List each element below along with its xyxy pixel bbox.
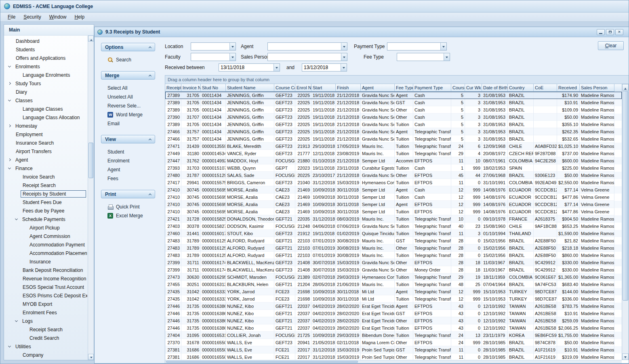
fee-type-combo[interactable] (397, 53, 450, 61)
column-header-finish[interactable]: Finish (336, 84, 361, 92)
table-row[interactable]: 27435310420000016333YORK, JarrodFCE23216… (165, 288, 622, 295)
chevron-down-icon[interactable] (15, 217, 18, 220)
table-row[interactable]: 274663175700011434JENNINGS, GriffinGEFT2… (165, 135, 622, 143)
column-header-receipt-no[interactable]: Receipt No (165, 84, 181, 92)
agent-button[interactable]: Agent (107, 165, 155, 174)
fee-type-input[interactable] (397, 53, 444, 61)
menu-item-file[interactable]: File (4, 13, 19, 21)
column-header-coe[interactable]: CoE (534, 84, 557, 92)
column-header-sales-person[interactable]: Sales Person (580, 84, 614, 92)
menu-item-window[interactable]: Window (45, 13, 71, 21)
sidebar-scrollbar-thumb[interactable] (88, 143, 93, 178)
sidebar-item-utilities[interactable]: Utilities (4, 342, 87, 351)
reverse-sele-button[interactable]: Reverse Sele... (107, 101, 155, 110)
sidebar-item-agent-commission[interactable]: Agent Commission (4, 232, 87, 240)
table-row[interactable]: 27435310420000016333YORK, JarrodFCE23216… (165, 295, 622, 303)
column-header-agent[interactable]: Agent (361, 84, 395, 92)
student-button[interactable]: Student (107, 147, 155, 156)
sidebar-item-offers-and-applications[interactable]: Offers and Applications (4, 54, 87, 62)
sidebar-item-dashboard[interactable]: Dashboard (4, 37, 87, 45)
column-header-stud-no[interactable]: Stud No (201, 84, 226, 92)
grid-horizontal-scrollbar[interactable] (165, 360, 622, 363)
table-row[interactable]: 27404310950000016531COLLIER, JonahFOCUSG… (165, 332, 622, 339)
column-header-date-of-birth[interactable]: Date of Birth (482, 84, 508, 92)
sidebar-scrollbar[interactable] (88, 36, 94, 360)
menu-item-help[interactable]: Help (70, 13, 88, 21)
table-row[interactable]: 27483317890000016125ALFORD, RudyardGEFT2… (165, 237, 622, 244)
tool-group-header-options[interactable]: Options (101, 43, 155, 51)
table-row[interactable]: 27381316860000016550WALLS, EveFCE2122017… (165, 346, 622, 353)
fee-type-dropdown-icon[interactable] (444, 53, 450, 61)
menu-item-security[interactable]: Security (19, 13, 45, 21)
minimize-button[interactable] (597, 29, 605, 35)
column-header-course[interactable]: Course (451, 84, 465, 92)
table-row[interactable]: 27403303780000015827DODSON, KasimirFOCUS… (165, 223, 622, 230)
agent-dropdown-icon[interactable] (341, 43, 347, 50)
excel-merge-button[interactable]: Excel Merge (107, 211, 155, 220)
table-row[interactable]: 27483317890000016125ALFORD, RudyardGEFT2… (165, 252, 622, 259)
sidebar-item-accommodation-placement[interactable]: Accommodation Placement (4, 249, 87, 257)
table-row[interactable]: 27480317870000015129SALAS, SadeFOCUSGEN2… (165, 172, 622, 179)
tool-group-header-view[interactable]: View (101, 135, 155, 143)
chevron-up-icon[interactable] (149, 75, 151, 78)
agent-input[interactable] (268, 43, 341, 50)
location-dropdown-icon[interactable] (229, 43, 236, 50)
column-header-invoice-no[interactable]: Invoice No (181, 84, 201, 92)
sidebar-item-revenue-income-recognition[interactable]: Revenue Income Recognition (4, 274, 87, 283)
table-row[interactable]: 27446317350000016386NUNEZ, KiboGEFT21220… (165, 310, 622, 317)
chevron-down-icon[interactable] (15, 319, 18, 322)
select-all-button[interactable]: Select All (107, 84, 155, 93)
grid-hscrollbar-thumb[interactable] (166, 361, 358, 363)
sidebar-item-airport-transfers[interactable]: Airport Transfers (4, 147, 87, 156)
table-row[interactable]: 27399317110000016174BLACKWELL, MacKenzie… (165, 259, 622, 266)
email-button[interactable]: Email (107, 119, 155, 128)
chevron-up-icon[interactable] (149, 139, 151, 141)
date-from-input[interactable] (219, 64, 273, 71)
payment-type-combo[interactable] (387, 42, 447, 50)
scroll-down-icon[interactable] (622, 353, 629, 360)
location-combo[interactable] (191, 42, 236, 50)
sidebar-item-insurance[interactable]: Insurance (4, 257, 87, 266)
column-header-country[interactable]: Country (508, 84, 534, 92)
search-button[interactable]: Search (107, 55, 155, 64)
chevron-down-icon[interactable] (8, 166, 11, 169)
sidebar-item-company[interactable]: Company (4, 351, 87, 359)
table-row[interactable]: 27446317350000016386NUNEZ, KiboGEFT21220… (165, 303, 622, 310)
clear-button[interactable]: Clear (598, 41, 624, 50)
sidebar-item-receipts-by-student[interactable]: Receipts by Student (4, 189, 87, 198)
sidebar-item-credit-search[interactable]: Credit Search (4, 334, 87, 342)
table-row[interactable]: 274663175700011434JENNINGS, GriffinGEFT2… (165, 128, 622, 135)
column-header-payment-type[interactable]: Payment Type (413, 84, 451, 92)
restore-button[interactable] (606, 29, 614, 35)
sidebar-item-homestay[interactable]: Homestay (4, 122, 87, 130)
tool-group-header-merge[interactable]: Merge (101, 71, 155, 80)
table-row[interactable]: 27473306300000016295SCHMIDT, MarsdenFOCU… (165, 274, 622, 281)
date-to-input[interactable] (302, 64, 341, 71)
sidebar-item-insurance-search[interactable]: Insurance Search (4, 139, 87, 147)
grid-vertical-scrollbar[interactable] (622, 84, 629, 360)
table-row[interactable]: 27446317350000016386NUNEZ, KiboGEFT21220… (165, 317, 622, 324)
table-row[interactable]: 27446317350000016386NUNEZ, KiboGEFT21220… (165, 324, 622, 332)
table-row[interactable]: 273893170500011434JENNINGS, GriffinGEFT2… (165, 99, 622, 106)
column-header-enrol-no[interactable]: Enrol No (295, 84, 311, 92)
column-header-fee-type[interactable]: Fee Type (395, 84, 413, 92)
sidebar-item-language-class-allocation[interactable]: Language Class Allocation (4, 113, 87, 122)
table-row[interactable]: 273893170500011434JENNINGS, GriffinGEFT2… (165, 92, 622, 99)
table-row[interactable]: 27460314410000016017STOUT, KiboGEFT23219… (165, 230, 622, 237)
sidebar-item-fees-due-by-payee[interactable]: Fees due by Payee (4, 206, 87, 215)
word-merge-button[interactable]: Word Merge (107, 110, 155, 119)
sidebar-item-invoice-search[interactable]: Invoice Search (4, 173, 87, 181)
scroll-up-icon[interactable] (622, 84, 629, 90)
table-row[interactable]: 27471314390000013559BLAKE, MeredithGEFT2… (165, 143, 622, 150)
column-header-received[interactable]: Received (557, 84, 580, 92)
table-row[interactable]: 27410307450000015695MORSE, AzaliaCAE2321… (165, 186, 622, 194)
table-row[interactable]: 27410307450000015695MORSE, AzaliaCAE2321… (165, 201, 622, 208)
sidebar-item-enrolments[interactable]: Enrolments (4, 62, 87, 71)
table-row[interactable]: 27483317890000016125ALFORD, RudyardGEFT2… (165, 244, 622, 252)
table-row[interactable]: 273893170500011434JENNINGS, GriffinGEFT2… (165, 106, 622, 114)
chevron-right-icon[interactable] (8, 124, 11, 127)
column-header-course-code[interactable]: Course Code (274, 84, 295, 92)
date-from-picker[interactable] (219, 63, 280, 72)
sidebar-item-esos-prisms-coe-deposit-export[interactable]: ESOS Prisms CoE Deposit Export (4, 291, 87, 300)
sidebar-item-employment[interactable]: Employment (4, 130, 87, 139)
